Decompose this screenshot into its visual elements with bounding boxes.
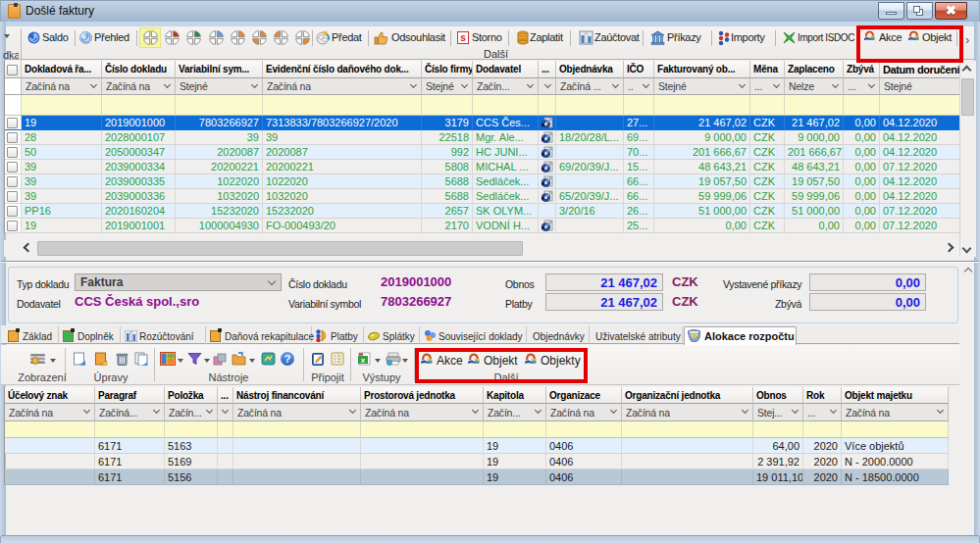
svg-text:x: x: [361, 356, 366, 365]
